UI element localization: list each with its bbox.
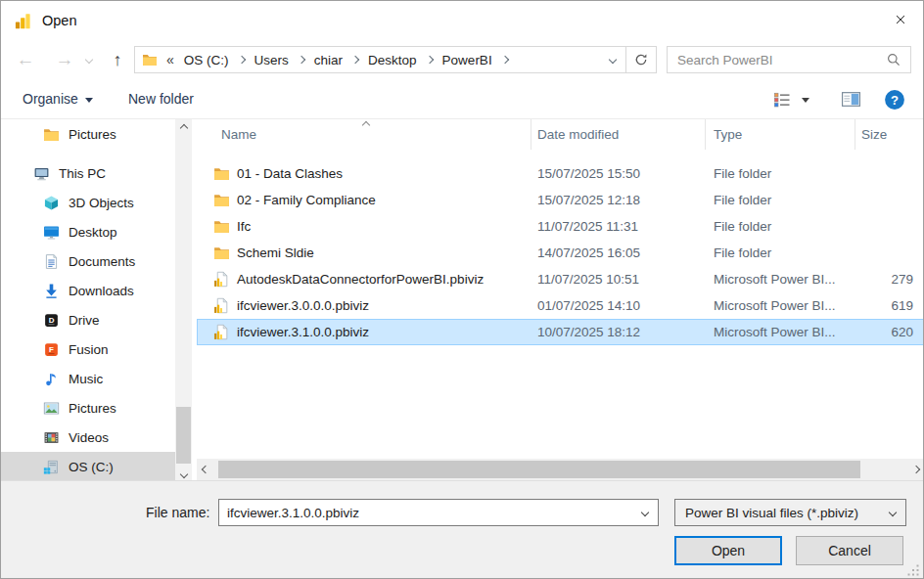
breadcrumb-separator[interactable] bbox=[502, 57, 508, 63]
type-cell: File folder bbox=[706, 166, 855, 181]
breadcrumb-segment-os-c[interactable]: OS (C:) bbox=[184, 53, 229, 67]
date-modified-cell: 15/07/2025 15:50 bbox=[531, 166, 706, 181]
preview-pane-button[interactable] bbox=[841, 88, 861, 111]
chevron-right-icon bbox=[500, 56, 508, 64]
document-icon bbox=[43, 253, 60, 270]
file-name-cell: 01 - Data Clashes bbox=[197, 165, 531, 182]
picture-icon bbox=[43, 400, 60, 417]
file-name-label: File name: bbox=[146, 499, 209, 526]
scroll-up-button[interactable] bbox=[175, 119, 192, 136]
breadcrumb-segment-desktop[interactable]: Desktop bbox=[368, 53, 417, 67]
column-header-type[interactable]: Type bbox=[706, 119, 855, 150]
file-name-cell: Schemi Sldie bbox=[197, 245, 531, 261]
file-row-ifc[interactable]: Ifc11/07/2025 11:31File folder bbox=[197, 213, 924, 240]
chevron-down-icon bbox=[85, 56, 93, 64]
file-name-input[interactable] bbox=[219, 505, 632, 521]
sidebar-item-drive[interactable]: Drive bbox=[1, 305, 197, 334]
sidebar-item-music[interactable]: Music bbox=[1, 364, 197, 393]
breadcrumb: « OS (C:)UserschiarDesktopPowerBI bbox=[135, 47, 600, 72]
chevron-right-icon bbox=[425, 56, 433, 64]
caret-down-icon bbox=[85, 98, 93, 103]
file-row-02-family-compliance[interactable]: 02 - Family Compliance15/07/2025 12:18Fi… bbox=[197, 187, 924, 213]
vertical-scroll-thumb[interactable] bbox=[176, 407, 191, 464]
address-bar: « OS (C:)UserschiarDesktopPowerBI bbox=[134, 46, 657, 73]
sidebar-item-label: OS (C:) bbox=[69, 460, 114, 474]
new-folder-button[interactable]: New folder bbox=[128, 79, 194, 118]
file-name-cell: ifcviewer.3.1.0.0.pbiviz bbox=[197, 324, 531, 340]
date-modified-cell: 10/07/2025 18:12 bbox=[531, 325, 706, 339]
breadcrumb-segment-users[interactable]: Users bbox=[254, 53, 289, 67]
footer-panel: File name: Power BI visual files (*.pbiv… bbox=[1, 480, 923, 579]
sidebar-item-desktop[interactable]: Desktop bbox=[1, 217, 197, 246]
sidebar-item-label: 3D Objects bbox=[69, 196, 134, 210]
date-modified-cell: 01/07/2025 14:10 bbox=[531, 298, 706, 313]
file-name-text: Ifc bbox=[237, 219, 251, 234]
dialog-title: Open bbox=[42, 13, 76, 28]
open-button[interactable]: Open bbox=[674, 536, 782, 565]
sidebar-item-fusion[interactable]: Fusion bbox=[1, 334, 197, 364]
close-button[interactable] bbox=[878, 1, 923, 38]
search-input[interactable] bbox=[668, 53, 886, 67]
cancel-button[interactable]: Cancel bbox=[796, 536, 903, 565]
sidebar-item-label: This PC bbox=[59, 166, 106, 181]
list-view-icon bbox=[772, 90, 792, 110]
file-row-ifcviewer-3-0-0-0-pbiviz[interactable]: ifcviewer.3.0.0.0.pbiviz01/07/2025 14:10… bbox=[197, 292, 924, 319]
vertical-scrollbar[interactable] bbox=[175, 119, 192, 482]
pbiviz-icon bbox=[213, 271, 230, 288]
sidebar-item-os-c[interactable]: OS (C:) bbox=[1, 452, 175, 481]
fusion-app-icon bbox=[43, 341, 60, 358]
file-row-ifcviewer-3-1-0-0-pbiviz[interactable]: ifcviewer.3.1.0.0.pbiviz10/07/2025 18:12… bbox=[197, 319, 924, 345]
breadcrumb-segment-powerbi[interactable]: PowerBI bbox=[442, 53, 492, 67]
os-drive-icon bbox=[43, 459, 60, 475]
folder-icon bbox=[213, 218, 230, 235]
preview-pane-icon bbox=[841, 89, 861, 110]
view-options-button[interactable] bbox=[772, 88, 809, 111]
scroll-left-button[interactable] bbox=[197, 459, 214, 480]
file-row-autodeskdataconnectorforpowerbi-pbiviz[interactable]: AutodeskDataConnectorforPowerBI.pbiviz11… bbox=[197, 266, 924, 292]
breadcrumb-segment-chiar[interactable]: chiar bbox=[314, 53, 343, 67]
sidebar-item-label: Pictures bbox=[69, 401, 116, 416]
breadcrumb-separator[interactable] bbox=[299, 57, 304, 63]
file-name-text: 01 - Data Clashes bbox=[237, 166, 343, 181]
sidebar-item-videos[interactable]: Videos bbox=[1, 423, 197, 452]
file-name-cell: AutodeskDataConnectorforPowerBI.pbiviz bbox=[197, 271, 531, 288]
breadcrumb-separator[interactable] bbox=[427, 57, 433, 63]
breadcrumb-overflow[interactable]: « bbox=[166, 52, 174, 67]
forward-button[interactable]: → bbox=[50, 40, 79, 79]
pbiviz-icon bbox=[213, 297, 230, 314]
organise-button[interactable]: Organise bbox=[23, 79, 93, 118]
back-button[interactable]: ← bbox=[11, 40, 40, 79]
sidebar-item-pictures[interactable]: Pictures bbox=[1, 393, 197, 423]
sidebar-item-this-pc[interactable]: This PC bbox=[1, 158, 197, 188]
column-header-size[interactable]: Size bbox=[855, 119, 924, 150]
up-button[interactable]: ↑ bbox=[103, 40, 132, 79]
sidebar-item-documents[interactable]: Documents bbox=[1, 246, 197, 276]
sidebar-item-pictures[interactable]: Pictures bbox=[1, 119, 197, 149]
help-button[interactable] bbox=[884, 88, 905, 111]
history-dropdown-button[interactable] bbox=[81, 40, 97, 79]
resize-grip[interactable] bbox=[907, 564, 920, 577]
refresh-button[interactable] bbox=[625, 47, 656, 72]
horizontal-scroll-thumb[interactable] bbox=[218, 461, 860, 478]
file-row-schemi-sldie[interactable]: Schemi Sldie14/07/2025 16:05File folder bbox=[197, 240, 924, 266]
file-type-dropdown-button[interactable] bbox=[880, 500, 905, 525]
scroll-right-button[interactable] bbox=[907, 459, 924, 480]
sidebar-item-3d-objects[interactable]: 3D Objects bbox=[1, 188, 197, 217]
file-name-dropdown-button[interactable] bbox=[632, 500, 658, 525]
file-list: 01 - Data Clashes15/07/2025 15:50File fo… bbox=[197, 160, 924, 345]
breadcrumb-separator[interactable] bbox=[239, 57, 245, 63]
address-dropdown-button[interactable] bbox=[600, 47, 625, 72]
file-type-dropdown[interactable]: Power BI visual files (*.pbiviz) bbox=[674, 499, 906, 526]
date-modified-cell: 11/07/2025 10:51 bbox=[531, 272, 706, 287]
file-row-01-data-clashes[interactable]: 01 - Data Clashes15/07/2025 15:50File fo… bbox=[197, 160, 924, 187]
computer-icon bbox=[33, 165, 50, 182]
sidebar-item-label: Videos bbox=[69, 430, 109, 445]
breadcrumb-separator[interactable] bbox=[352, 57, 358, 63]
folder-icon bbox=[142, 52, 158, 67]
sidebar-item-downloads[interactable]: Downloads bbox=[1, 276, 197, 305]
search-icon[interactable] bbox=[886, 52, 901, 67]
type-cell: File folder bbox=[706, 193, 855, 207]
column-header-date-modified[interactable]: Date modified bbox=[531, 119, 706, 150]
horizontal-scrollbar[interactable] bbox=[197, 459, 924, 480]
folder-icon bbox=[213, 245, 230, 261]
